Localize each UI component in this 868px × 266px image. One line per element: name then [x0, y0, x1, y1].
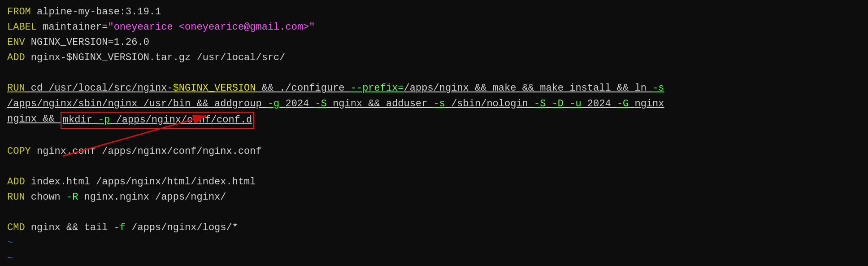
- line-cmd: CMD nginx && tail -f /apps/nginx/logs/*: [7, 220, 861, 235]
- keyword-env: ENV: [7, 35, 25, 50]
- line-env: ENV NGINX_VERSION=1.26.0: [7, 35, 861, 50]
- keyword-from: FROM: [7, 4, 31, 20]
- line-add1: ADD nginx-$NGINX_VERSION.tar.gz /usr/loc…: [7, 50, 861, 65]
- keyword-run2: RUN: [7, 190, 25, 205]
- highlighted-mkdir: mkdir -p /apps/nginx/conf/conf.d: [61, 112, 254, 129]
- tilde-line-2: ~: [7, 251, 861, 266]
- editor-container: FROM alpine-my-base:3.19.1 LABEL maintai…: [0, 0, 868, 266]
- tilde-1: ~: [7, 235, 13, 251]
- keyword-cmd: CMD: [7, 220, 25, 235]
- empty-line-1: [7, 65, 861, 81]
- line-copy: COPY nginx.conf /apps/nginx/conf/nginx.c…: [7, 144, 861, 159]
- empty-line-4: [7, 205, 861, 220]
- line-run-chown: RUN chown -R nginx.nginx /apps/nginx/: [7, 190, 861, 205]
- keyword-add1: ADD: [7, 50, 25, 65]
- line-from: FROM alpine-my-base:3.19.1: [7, 4, 861, 20]
- keyword-label: LABEL: [7, 20, 37, 35]
- label-value: "oneyearice <oneyearice@gmail.com>": [108, 20, 315, 35]
- line-run1: RUN cd /usr/local/src/nginx-$NGINX_VERSI…: [7, 81, 861, 96]
- line-label: LABEL maintainer="oneyearice <oneyearice…: [7, 20, 861, 35]
- empty-line-2: [7, 129, 861, 144]
- tilde-2: ~: [7, 251, 13, 266]
- keyword-run: RUN: [7, 81, 25, 96]
- line-run2-cont: /apps/nginx/sbin/nginx /usr/bin && addgr…: [7, 96, 861, 112]
- empty-line-3: [7, 159, 861, 174]
- line-run3-cont: nginx && mkdir -p /apps/nginx/conf/conf.…: [7, 112, 861, 129]
- keyword-copy: COPY: [7, 144, 31, 159]
- line-add2: ADD index.html /apps/nginx/html/index.ht…: [7, 174, 861, 190]
- tilde-line-1: ~: [7, 235, 861, 251]
- nginx-version-var: $NGINX_VERSION: [173, 81, 256, 96]
- keyword-add2: ADD: [7, 174, 25, 190]
